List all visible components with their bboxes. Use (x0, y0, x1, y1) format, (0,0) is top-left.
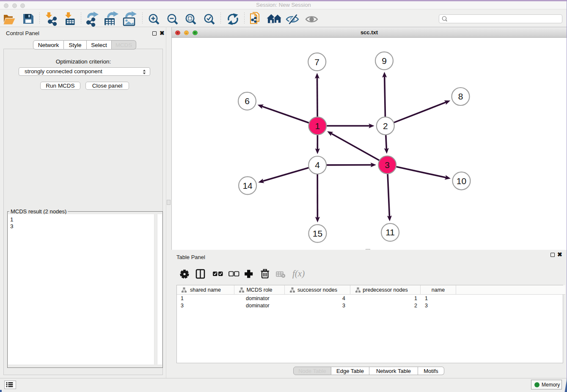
svg-text:8: 8 (458, 91, 463, 101)
svg-text:11: 11 (385, 227, 395, 237)
svg-text:14: 14 (242, 181, 253, 190)
svg-text:10: 10 (457, 176, 466, 186)
svg-text:4: 4 (315, 160, 320, 170)
svg-text:7: 7 (314, 57, 319, 67)
svg-text:6: 6 (245, 96, 250, 106)
svg-text:15: 15 (313, 229, 322, 238)
svg-text:2: 2 (383, 121, 388, 131)
svg-text:9: 9 (382, 56, 387, 66)
svg-text:3: 3 (385, 160, 390, 170)
svg-text:1: 1 (315, 121, 320, 131)
